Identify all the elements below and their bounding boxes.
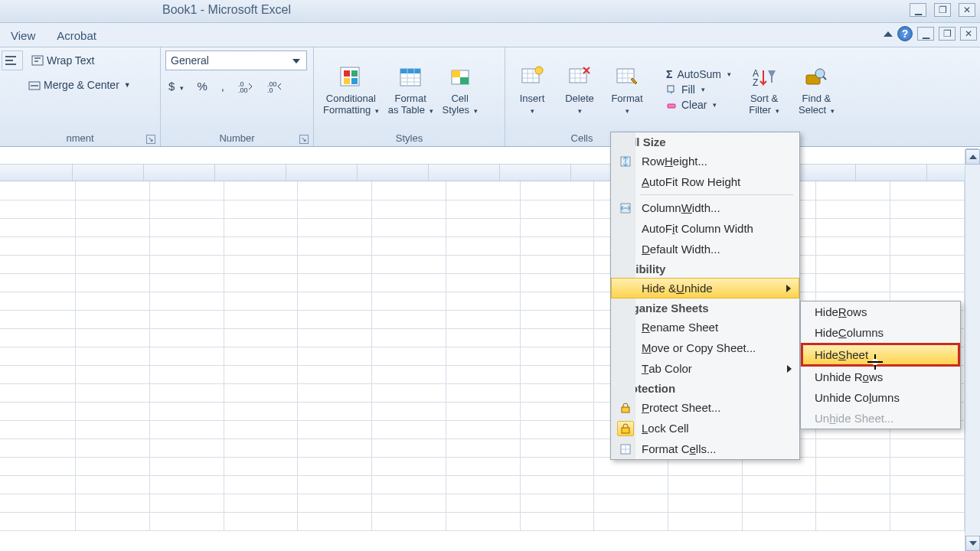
group-alignment-label: nment↘ [0,131,160,146]
find-select-button[interactable]: Find &Select ▾ [794,62,839,117]
workbook-close-button[interactable]: ✕ [960,27,977,41]
menu-section-organize: Organize Sheets [611,298,799,317]
fill-button[interactable]: Fill ▾ [663,83,734,96]
sort-filter-icon: AZ [750,64,778,91]
svg-rect-11 [351,70,358,77]
currency-button[interactable]: $ ▾ [165,78,187,94]
sigma-icon: Σ [666,68,672,80]
svg-rect-13 [351,78,358,84]
submenu-arrow-icon [786,285,791,292]
submenu-unhide-rows[interactable]: Unhide Rows [801,367,960,387]
svg-rect-2 [5,64,16,65]
column-headers[interactable] [0,165,980,181]
format-as-table-button[interactable]: Formatas Table ▾ [384,62,438,117]
svg-rect-21 [452,70,460,77]
menu-default-width[interactable]: Default Width... [611,239,799,259]
indent-button[interactable] [2,51,23,70]
svg-rect-10 [344,70,350,77]
clear-button[interactable]: Clear ▾ [663,98,734,112]
ribbon: Wrap Text Merge & Center ▼ nment↘ Genera… [0,47,980,147]
merge-center-button[interactable]: Merge & Center ▼ [24,77,135,93]
minimize-ribbon-icon[interactable] [884,31,893,37]
menu-column-width[interactable]: Column Width... [611,197,799,218]
menu-autofit-row-height[interactable]: AutoFit Row Height [611,171,799,192]
hide-unhide-submenu: Hide Rows Hide Columns Hide Sheet Unhide… [800,301,961,429]
delete-cells-button[interactable]: Delete▾ [557,62,602,117]
restore-button[interactable]: ❐ [934,3,951,17]
sort-filter-button[interactable]: AZ Sort &Filter ▾ [742,62,786,117]
insert-cells-icon [518,64,546,91]
menu-section-protection: Protection [611,379,799,397]
comma-button[interactable]: , [218,78,227,94]
autosum-button[interactable]: ΣAutoSum ▾ [663,67,734,81]
svg-line-45 [823,77,826,80]
submenu-unhide-columns[interactable]: Unhide Columns [801,387,960,408]
row-height-icon [617,154,634,169]
scroll-down-button[interactable] [965,536,980,551]
svg-rect-1 [5,60,13,61]
svg-text:Z: Z [753,77,758,88]
svg-rect-49 [622,428,629,433]
menu-rename-sheet[interactable]: Rename Sheet [611,317,799,337]
sort-filter-label: Sort &Filter [749,93,778,116]
cell-styles-icon [446,64,474,91]
wrap-text-button[interactable]: Wrap Text [28,52,99,69]
percent-button[interactable]: % [194,78,211,94]
decrease-decimal-button[interactable]: .00.0 [264,79,286,94]
number-format-combo[interactable]: General [165,51,307,70]
merge-center-icon [28,80,41,90]
eraser-icon [666,99,677,110]
workbook-restore-button[interactable]: ❐ [939,27,956,41]
menu-section-visibility: Visibility [611,259,799,278]
wrap-text-label: Wrap Text [47,54,95,67]
svg-rect-3 [32,56,43,65]
svg-rect-12 [344,78,350,84]
menu-autofit-column-width[interactable]: AutoFit Column Width [611,218,799,239]
format-as-table-label: Formatas Table [388,93,426,116]
vertical-scrollbar[interactable] [965,149,980,551]
dialog-launcher-icon[interactable]: ↘ [146,135,155,144]
find-select-label: Find &Select [799,93,831,116]
delete-cells-label: Delete [565,93,594,104]
format-cells-icon [617,442,634,457]
svg-rect-0 [5,56,16,57]
merge-center-label: Merge & Center [44,79,119,91]
find-select-icon [802,64,830,91]
protect-sheet-icon [617,400,634,416]
cell-styles-label: CellStyles [443,93,469,116]
menu-protect-sheet[interactable]: Protect Sheet... [611,397,799,418]
submenu-unhide-sheet[interactable]: Unhide Sheet... [801,408,960,429]
menu-tab-color[interactable]: Tab Color [611,358,799,379]
svg-text:.0: .0 [267,86,273,93]
insert-cells-button[interactable]: Insert▾ [510,62,554,117]
formula-bar[interactable]: ▾ [0,147,980,165]
tab-acrobat[interactable]: Acrobat [46,25,107,47]
lock-cell-icon [617,421,634,436]
menu-hide-unhide[interactable]: Hide & Unhide [611,278,799,298]
dialog-launcher-icon[interactable]: ↘ [299,135,309,144]
workbook-minimize-button[interactable]: ▁ [917,27,934,41]
menu-row-height[interactable]: Row Height... [611,151,799,171]
menu-lock-cell[interactable]: Lock Cell [611,418,799,439]
tab-view[interactable]: View [0,25,46,47]
menu-move-copy-sheet[interactable]: Move or Copy Sheet... [611,337,799,358]
svg-rect-15 [400,69,420,73]
conditional-formatting-button[interactable]: ConditionalFormatting ▾ [318,62,384,117]
menu-format-cells[interactable]: Format Cells... [611,439,799,459]
submenu-hide-rows[interactable]: Hide Rows [801,302,960,322]
group-styles-label: Styles [314,131,505,146]
ribbon-tabs: View Acrobat ? ▁ ❐ ✕ [0,23,980,47]
submenu-hide-columns[interactable]: Hide Columns [801,322,960,343]
scroll-up-button[interactable] [965,149,980,165]
submenu-hide-sheet[interactable]: Hide Sheet [801,343,960,367]
group-number-label: Number↘ [161,131,313,146]
format-cells-button[interactable]: Format▾ [605,62,649,117]
window-title: Book1 - Microsoft Excel [162,3,291,17]
minimize-button[interactable]: ▁ [910,3,926,17]
close-button[interactable]: ✕ [959,3,975,17]
increase-decimal-button[interactable]: .0.00 [235,79,256,94]
svg-rect-48 [622,407,629,412]
delete-cells-icon [566,64,593,91]
help-icon[interactable]: ? [897,26,913,41]
cell-styles-button[interactable]: CellStyles ▾ [438,62,482,117]
